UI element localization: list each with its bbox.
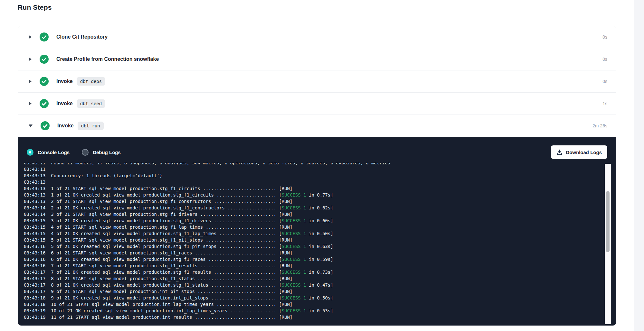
- log-lines: 03:43:11 Found 21 models, 17 tests, 0 sn…: [24, 163, 616, 320]
- download-logs-label: Download Logs: [566, 150, 602, 155]
- log-line: 03:43:17 8 of 21 START sql view model pr…: [24, 275, 616, 282]
- run-steps-card: Clone Git Repository 0s Create Profile f…: [18, 26, 616, 326]
- log-tab-debug[interactable]: Debug Logs: [82, 149, 121, 156]
- step-row-invoke-dbt-run[interactable]: Invoke dbt run 2m 26s: [18, 115, 616, 137]
- log-line: 03:43:16 7 of 21 START sql view model pr…: [24, 262, 616, 269]
- radio-icon[interactable]: [82, 149, 89, 156]
- log-line: 03:43:16 6 of 21 START sql view model pr…: [24, 250, 616, 256]
- success-check-icon: [41, 121, 50, 130]
- log-tab-label: Debug Logs: [93, 150, 121, 155]
- log-line: 03:43:15 5 of 21 START sql view model pr…: [24, 237, 616, 243]
- log-line: 03:43:19 10 of 21 OK created sql view mo…: [24, 308, 616, 314]
- log-line: 03:43:17 7 of 21 OK created sql view mod…: [24, 269, 616, 275]
- log-type-radio-group: Console Logs Debug Logs: [27, 149, 133, 156]
- console-log-output[interactable]: 03:43:11 Found 21 models, 17 tests, 0 sn…: [18, 163, 616, 326]
- log-scrollbar[interactable]: [605, 164, 611, 324]
- log-line: 03:43:15 4 of 21 OK created sql view mod…: [24, 230, 616, 237]
- log-line: 03:43:13 2 of 21 START sql view model pr…: [24, 198, 616, 205]
- step-row-clone-git-repository[interactable]: Clone Git Repository 0s: [18, 26, 616, 48]
- log-line: 03:43:15 4 of 21 START sql view model pr…: [24, 224, 616, 230]
- right-gutter: [634, 0, 644, 331]
- log-tab-console[interactable]: Console Logs: [27, 149, 70, 156]
- log-line: 03:43:19 11 of 21 START sql view model p…: [24, 314, 616, 320]
- log-line: 03:43:13 1 of 21 OK created sql view mod…: [24, 192, 616, 198]
- log-line: 03:43:14 3 of 21 START sql view model pr…: [24, 211, 616, 217]
- radio-icon[interactable]: [27, 149, 33, 156]
- log-line: 03:43:11 Found 21 models, 17 tests, 0 sn…: [24, 163, 616, 166]
- step-list: Clone Git Repository 0s Create Profile f…: [18, 26, 616, 137]
- download-logs-button[interactable]: Download Logs: [551, 145, 607, 159]
- log-line: 03:43:18 9 of 21 OK created sql view mod…: [24, 295, 616, 301]
- log-panel-header: Console Logs Debug Logs Download Logs: [18, 137, 616, 163]
- step-duration: 0s: [602, 34, 607, 40]
- step-command-badge: dbt deps: [77, 77, 105, 86]
- step-label: Invoke: [56, 78, 73, 84]
- log-line: 03:43:18 10 of 21 START sql view model p…: [24, 301, 616, 308]
- log-line: 03:43:13 1 of 21 START sql view model pr…: [24, 185, 616, 192]
- step-label: Create Profile from Connection snowflake: [56, 56, 159, 62]
- step-row-invoke-dbt-deps[interactable]: Invoke dbt deps 0s: [18, 70, 616, 93]
- step-row-invoke-dbt-seed[interactable]: Invoke dbt seed 1s: [18, 93, 616, 115]
- log-scrollbar-thumb[interactable]: [606, 191, 610, 252]
- log-line: 03:43:17 9 of 21 START sql view model pr…: [24, 288, 616, 295]
- log-line: 03:43:11: [24, 166, 616, 172]
- chevron-icon[interactable]: [29, 57, 32, 61]
- success-check-icon: [40, 99, 49, 108]
- step-command-badge: dbt run: [78, 122, 104, 130]
- log-line: 03:43:13 Concurrency: 1 threads (target=…: [24, 172, 616, 179]
- log-tab-label: Console Logs: [38, 150, 70, 155]
- log-panel: Console Logs Debug Logs Download Logs 03…: [18, 137, 616, 326]
- log-line: 03:43:14 2 of 21 OK created sql view mod…: [24, 205, 616, 211]
- log-line: 03:43:15 3 of 21 OK created sql view mod…: [24, 217, 616, 224]
- chevron-icon[interactable]: [29, 124, 33, 127]
- step-label: Invoke: [56, 101, 73, 106]
- log-line: 03:43:16 5 of 21 OK created sql view mod…: [24, 243, 616, 250]
- success-check-icon: [40, 32, 49, 41]
- step-label: Invoke: [57, 123, 74, 129]
- log-line: 03:43:17 8 of 21 OK created sql view mod…: [24, 282, 616, 288]
- success-check-icon: [40, 77, 49, 86]
- chevron-icon[interactable]: [29, 35, 32, 39]
- step-command-badge: dbt seed: [77, 99, 105, 108]
- chevron-icon[interactable]: [29, 102, 32, 106]
- step-label: Clone Git Repository: [56, 34, 108, 40]
- step-duration: 2m 26s: [592, 123, 607, 128]
- success-check-icon: [40, 55, 49, 64]
- step-row-create-profile-from-connection-snowflake[interactable]: Create Profile from Connection snowflake…: [18, 48, 616, 70]
- step-duration: 0s: [602, 79, 607, 84]
- log-line: 03:43:16 6 of 21 OK created sql view mod…: [24, 256, 616, 262]
- log-line: 03:43:13: [24, 179, 616, 185]
- step-duration: 0s: [602, 57, 607, 62]
- chevron-icon[interactable]: [29, 79, 32, 83]
- step-duration: 1s: [602, 101, 607, 106]
- page-title: Run Steps: [18, 4, 52, 11]
- download-icon: [556, 149, 563, 155]
